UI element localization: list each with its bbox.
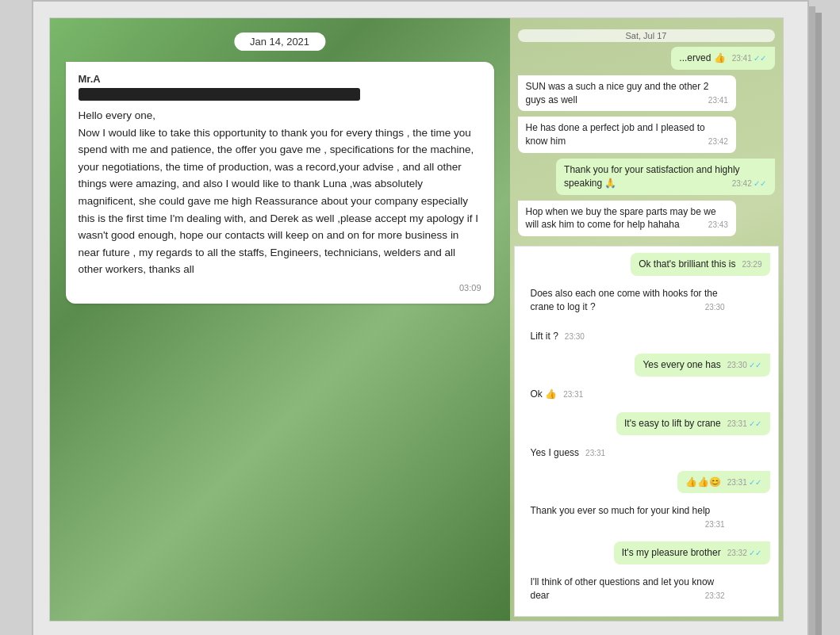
top-date-badge: Sat, Jul 17: [518, 29, 775, 42]
msg-row: Does also each one come with hooks for t…: [523, 282, 770, 319]
msg-bubble: I'll think of other questions and let yo…: [523, 571, 733, 607]
outer-frame: Jan 14, 2021 Mr.A Hello every one, Now I…: [32, 0, 809, 635]
msg-bubble: Ok that's brilliant this is 23:29: [631, 253, 769, 276]
left-panel: Jan 14, 2021 Mr.A Hello every one, Now I…: [50, 18, 510, 621]
date-badge: Jan 14, 2021: [234, 33, 325, 51]
msg-time: 23:32: [705, 591, 725, 602]
msg-time: 23:31: [727, 419, 762, 430]
msg-time: 23:41: [708, 95, 728, 106]
bottom-messages: Ok that's brilliant this is 23:29 Does a…: [515, 247, 778, 614]
msg-row: Lift it ? 23:30: [523, 325, 770, 348]
inner-container: Jan 14, 2021 Mr.A Hello every one, Now I…: [49, 17, 784, 622]
msg-bubble: Hop when we buy the spare parts may be w…: [518, 201, 736, 237]
message-text: Hello every one, Now I would like to tak…: [79, 107, 481, 278]
message-time: 03:09: [79, 283, 481, 293]
msg-bubble: It's my pleasure brother 23:32: [614, 541, 770, 564]
msg-row: Ok 👍 23:31: [523, 383, 770, 406]
msg-bubble: Ok 👍 23:31: [523, 383, 592, 406]
msg-row: Ok that's brilliant this is 23:29: [523, 253, 770, 276]
msg-row: It's my pleasure brother 23:32: [523, 541, 770, 564]
msg-time: 23:41: [732, 53, 767, 64]
msg-bubble: Thank you ever so much for your kind hel…: [523, 499, 733, 535]
msg-time: 23:31: [563, 389, 583, 400]
msg-bubble: Lift it ? 23:30: [523, 325, 593, 348]
msg-time: 23:30: [705, 302, 725, 313]
msg-bubble: Does also each one come with hooks for t…: [523, 282, 733, 319]
msg-bubble: He has done a perfect job and I pleased …: [518, 117, 736, 153]
msg-row: I'll think of other questions and let yo…: [523, 571, 770, 607]
msg-bubble: Yes every one has 23:30: [635, 354, 769, 377]
msg-time: 23:30: [727, 360, 762, 371]
msg-time: 23:43: [708, 220, 728, 231]
msg-row: Thank you for your satisfaction and high…: [518, 159, 775, 195]
msg-row: It's easy to lift by crane 23:31: [523, 412, 770, 435]
right-top-section: Sat, Jul 17 ...erved 👍 23:41 SUN was a s…: [510, 18, 783, 242]
msg-time: 23:29: [742, 259, 761, 270]
msg-row: Yes every one has 23:30: [523, 354, 770, 377]
msg-row: He has done a perfect job and I pleased …: [518, 117, 775, 153]
msg-bubble: Yes I guess 23:31: [523, 442, 614, 465]
msg-time: 23:30: [565, 331, 585, 342]
msg-bubble: Thank you for your satisfaction and high…: [556, 159, 774, 195]
msg-time: 23:42: [708, 136, 728, 147]
msg-time: 23:31: [705, 519, 725, 530]
top-messages: ...erved 👍 23:41 SUN was a such a nice g…: [518, 47, 775, 238]
msg-row: Thank you ever so much for your kind hel…: [523, 499, 770, 535]
msg-row: SUN was a such a nice guy and the other …: [518, 75, 775, 112]
right-bottom-section: Ok that's brilliant this is 23:29 Does a…: [514, 246, 779, 617]
sender-name: Mr.A: [79, 73, 481, 85]
msg-bubble: ...erved 👍 23:41: [671, 47, 774, 70]
msg-bubble: 👍👍😊 23:31: [677, 471, 770, 494]
msg-row: Hop when we buy the spare parts may be w…: [518, 201, 775, 237]
msg-bubble: It's easy to lift by crane 23:31: [616, 412, 770, 435]
msg-row: Yes I guess 23:31: [523, 442, 770, 465]
redacted-bar: [79, 88, 361, 101]
main-chat-bubble: Mr.A Hello every one, Now I would like t…: [66, 62, 494, 304]
right-panel: Sat, Jul 17 ...erved 👍 23:41 SUN was a s…: [510, 18, 783, 621]
msg-row: 👍👍😊 23:31: [523, 471, 770, 494]
msg-time: 23:31: [585, 448, 605, 459]
msg-time: 23:42: [732, 178, 767, 189]
msg-time: 23:32: [727, 548, 762, 559]
msg-bubble: SUN was a such a nice guy and the other …: [518, 75, 736, 112]
msg-time: 23:31: [727, 477, 762, 488]
msg-row: ...erved 👍 23:41: [518, 47, 775, 70]
